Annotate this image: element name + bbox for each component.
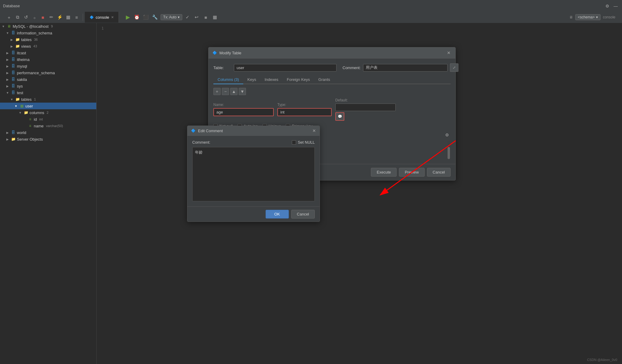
modify-table-title-icon: 🔷 [212,50,217,55]
user-label: user [25,104,33,108]
col-fields: Name: Type: Default: 💬 [213,98,451,121]
line-number-1: 1 [101,26,104,30]
tab-indexes[interactable]: Indexes [260,75,283,84]
tables-test-arrow: ▼ [10,97,14,101]
tree-information-schema[interactable]: ▼ 🗄 information_schema [0,30,96,36]
check-icon[interactable]: ✓ [184,14,191,21]
stop3-icon[interactable]: ■ [202,14,209,21]
views-info-label: views [21,44,31,49]
tree-test[interactable]: ▼ 🗄 test [0,89,96,96]
name-type: varchar(50) [46,124,63,128]
funnel-icon[interactable]: ≡ [73,14,80,21]
clock-icon[interactable]: ⏰ [133,14,141,21]
schema-area: 🖥 <schema> ▾ console [566,14,619,20]
tree-tables-info[interactable]: ▶ 📁 tables 36 [0,36,96,43]
wrench-icon[interactable]: 🔧 [152,14,159,21]
undo-icon[interactable]: ↩ [193,14,200,21]
gear-icon[interactable]: ⚙ [443,131,451,139]
edit-icon[interactable]: ✏ [48,14,55,21]
tables-info-arrow: ▶ [10,37,14,42]
tab-grants[interactable]: Grants [314,75,334,84]
tree-sys[interactable]: ▶ 🗄 sys [0,83,96,89]
schema-dropdown-arrow: ▾ [596,15,598,19]
sys-arrow: ▶ [5,84,10,88]
comment-textarea[interactable]: 年龄 [192,147,315,201]
editor-toolbar: + ⧉ ↺ ⬦ ■ ✏ ⚡ ▦ ≡ 🔷 console ✕ ▶ ⏰ ⬛ 🔧 Tx… [0,12,622,23]
table3-icon[interactable]: ▦ [211,14,218,21]
comment-expand-btn[interactable]: ⤢ [450,63,458,72]
cancel-comment-btn[interactable]: Cancel [291,210,315,219]
tree-columns[interactable]: ▼ 📁 columns 2 [0,109,96,116]
modify-table-close-btn[interactable]: ✕ [446,50,452,56]
refresh-icon[interactable]: ↺ [22,14,30,21]
modify-table-title-bar: 🔷 Modify Table ✕ [209,47,455,59]
col-down-btn[interactable]: ▼ [239,88,246,95]
schema-dropdown[interactable]: <schema> ▾ [575,14,601,20]
tree-itcast[interactable]: ▶ 🗄 itcast [0,49,96,56]
tree-sakila[interactable]: ▶ 🗄 sakila [0,76,96,83]
col-add-btn[interactable]: + [213,88,221,95]
col-remove-btn[interactable]: − [222,88,229,95]
mysql-arrow: ▶ [5,64,10,68]
tab-console-close[interactable]: ✕ [111,15,114,19]
table-input[interactable] [234,64,337,72]
tree-col-id[interactable]: ▶ ≡ id int [0,116,96,123]
root-arrow: ▼ [1,24,5,28]
col-name-input[interactable] [213,108,274,116]
filter-icon[interactable]: ⬦ [31,14,38,21]
tree-views-info[interactable]: ▶ 📁 views 43 [0,43,96,49]
scrollbar-track[interactable] [448,141,450,159]
world-arrow: ▶ [5,130,10,135]
comment-field-group: Comment: ⤢ [343,63,458,72]
cancel-btn[interactable]: Cancel [427,168,451,177]
tree-mysql[interactable]: ▶ 🗄 mysql [0,63,96,69]
set-null-checkbox[interactable] [292,140,296,145]
server-objects-label: Server Objects [17,137,43,142]
comment-close-btn[interactable]: ✕ [312,128,316,133]
comment-input-modify[interactable] [363,64,448,72]
tree-root[interactable]: ▼ 🖥 MySQL - @localhost 9 [0,23,96,30]
add-icon[interactable]: + [5,14,13,21]
itheima-icon: 🗄 [11,57,16,62]
col-comment-btn[interactable]: 💬 [335,112,344,121]
sys-icon: 🗄 [11,84,16,88]
tab-bar: + ⧉ ↺ ⬦ ■ ✏ ⚡ ▦ ≡ 🔷 console ✕ ▶ ⏰ ⬛ 🔧 Tx… [0,12,622,23]
comment-header: 🔷 Edit Comment ✕ [187,126,320,136]
tab-columns[interactable]: Columns (3) [213,75,243,84]
tree-col-name[interactable]: ▶ ≡ name varchar(50) [0,123,96,129]
stop-icon[interactable]: ■ [39,14,46,21]
tree-perf-schema[interactable]: ▶ 🗄 performance_schema [0,69,96,76]
tree-itheima[interactable]: ▶ 🗄 itheima [0,56,96,63]
tree-server-objects[interactable]: ▶ 📁 Server Objects [0,136,96,142]
col-up-btn[interactable]: ▲ [230,88,238,95]
col-default-input[interactable] [335,104,396,111]
execute-icon[interactable]: ▶ [124,14,132,21]
sidebar-toolbar-group: + ⧉ ↺ ⬦ ■ ✏ ⚡ ▦ ≡ [3,14,83,21]
menu-database[interactable]: Database [3,4,20,8]
minimize-icon[interactable]: — [612,3,619,9]
tree-user[interactable]: ▼ ▦ user [0,103,96,109]
col-type-input[interactable] [277,108,332,116]
copy-icon[interactable]: ⧉ [14,14,21,21]
ok-btn[interactable]: OK [266,210,289,219]
tx-dropdown[interactable]: Tx: Auto ▾ [161,14,182,20]
tables-test-folder-icon: 📁 [15,97,20,102]
tab-keys[interactable]: Keys [243,75,260,84]
table2-icon[interactable]: ▦ [65,14,72,21]
execute-btn[interactable]: Execute [371,168,397,177]
tab-console[interactable]: 🔷 console ✕ [85,12,119,23]
settings-icon[interactable]: ⚙ [604,3,611,9]
comment-top-row: Comment: Set NULL [192,140,315,145]
schema-icon: 🖥 [569,15,573,19]
tables-info-badge: 36 [34,38,38,41]
tree-tables-test[interactable]: ▼ 📁 tables 1 [0,96,96,103]
tree-world[interactable]: ▶ 🗄 world [0,129,96,136]
stop2-icon[interactable]: ⬛ [142,14,150,21]
preview-btn[interactable]: Preview [399,168,424,177]
tab-foreign-keys[interactable]: Foreign Keys [282,75,314,84]
edit-comment-dialog: 🔷 Edit Comment ✕ Comment: Set NULL 年龄 OK… [187,126,320,222]
scrollbar-thumb[interactable] [448,147,450,159]
mysql-label: mysql [17,64,27,69]
lightning-icon[interactable]: ⚡ [56,14,63,21]
columns-folder-icon: 📁 [24,110,28,115]
